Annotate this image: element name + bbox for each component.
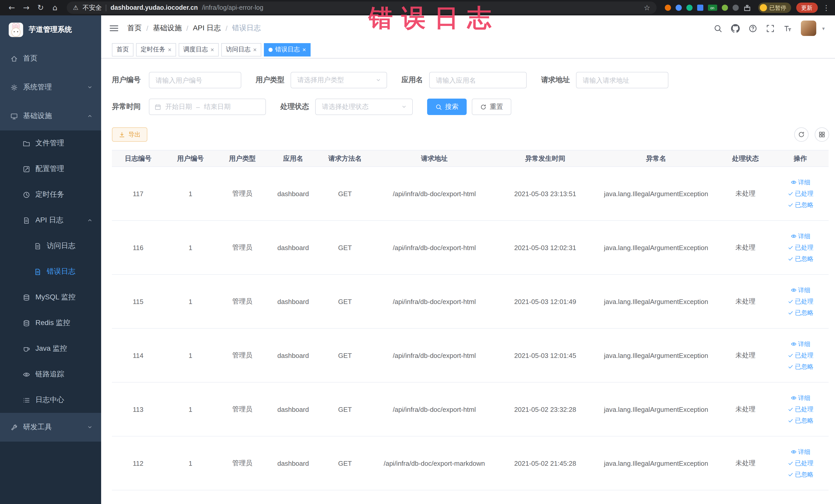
tab-home[interactable]: 首页 [112,43,134,56]
sidebar-item-redis[interactable]: Redis 监控 [0,310,101,336]
export-button[interactable]: 导出 [112,127,147,142]
extension-icon-6[interactable] [732,5,738,11]
search-button[interactable]: 搜索 [427,99,467,115]
column-settings-button[interactable] [814,127,829,142]
ignore-link[interactable]: 已忽略 [787,470,813,479]
sidebar-item-system[interactable]: 系统管理 [0,73,101,102]
cell-status: 未处理 [719,382,772,436]
resolve-link[interactable]: 已处理 [787,243,813,252]
exception-time-range-picker[interactable]: 开始日期 – 结束日期 [149,99,266,115]
sidebar-item-api-log[interactable]: API 日志 [0,207,101,233]
github-icon[interactable] [731,24,740,33]
sidebar-item-label: 定时任务 [36,190,64,199]
table-row: 115 1 管理员 dashboard GET /api/infra/db-do… [112,275,829,328]
sidebar-item-devtools[interactable]: 研发工具 [0,413,101,442]
ignore-link[interactable]: 已忽略 [787,308,813,317]
browser-home-icon[interactable]: ⌂ [48,1,62,14]
close-icon[interactable]: × [210,46,214,53]
cell-time: 2021-05-02 23:32:28 [497,382,593,436]
breadcrumb-item[interactable]: 基础设施 [153,24,182,33]
sidebar-item-file[interactable]: 文件管理 [0,130,101,156]
font-size-icon[interactable] [784,24,792,33]
tab-job[interactable]: 定时任务 × [136,43,176,56]
column-header: 应用名 [268,150,318,167]
resolve-link[interactable]: 已处理 [787,459,813,467]
extension-icon-3[interactable] [686,5,692,11]
process-status-select[interactable]: 请选择处理状态 [315,99,413,115]
detail-link[interactable]: 详细 [790,178,810,187]
avatar-caret-icon[interactable]: ▾ [822,25,825,31]
omnibox-divider [106,4,106,11]
extensions-puzzle-icon[interactable] [743,4,751,12]
column-header: 日志编号 [112,150,164,167]
tab-access-log[interactable]: 访问日志 × [221,43,261,56]
column-header: 处理状态 [719,150,772,167]
fullscreen-icon[interactable] [766,24,775,33]
hamburger-icon[interactable] [109,23,119,33]
resolve-link[interactable]: 已处理 [787,189,813,198]
close-icon[interactable]: × [168,46,171,53]
browser-forward-icon[interactable]: → [20,1,33,14]
gear-icon [10,83,18,91]
cell-user-id: 1 [164,221,217,275]
browser-menu-icon[interactable]: ⋮ [823,4,830,12]
sidebar-item-trace[interactable]: 链路追踪 [0,362,101,387]
help-icon[interactable] [749,24,757,33]
detail-link[interactable]: 详细 [790,286,810,295]
extension-icon-1[interactable] [665,5,671,11]
sidebar-item-java[interactable]: Java 监控 [0,336,101,362]
security-label[interactable]: 不安全 [83,3,102,12]
cell-actions: 详细 已处理 已忽略 [772,275,829,328]
sidebar-item-config[interactable]: 配置管理 [0,156,101,182]
resolve-link[interactable]: 已处理 [787,351,813,360]
sidebar-item-mysql[interactable]: MySQL 监控 [0,284,101,310]
browser-reload-icon[interactable]: ↻ [34,1,47,14]
user-type-select[interactable]: 请选择用户类型 [290,72,387,88]
close-icon[interactable]: × [253,46,257,53]
browser-update-button[interactable]: 更新 [796,3,817,13]
app-name-input[interactable] [429,72,527,88]
reset-button[interactable]: 重置 [472,99,511,115]
sidebar-item-home[interactable]: 首页 [0,44,101,73]
resolve-link[interactable]: 已处理 [787,405,813,414]
detail-link[interactable]: 详细 [790,394,810,402]
refresh-table-button[interactable] [794,127,808,142]
resolve-link[interactable]: 已处理 [787,297,813,306]
detail-link[interactable]: 详细 [790,232,810,241]
profile-paused-chip[interactable]: 已暂停 [758,3,791,13]
cell-url: /api/infra/db-doc/export-html [372,167,497,221]
request-url-input[interactable] [576,72,668,88]
cell-user-id: 1 [164,328,217,382]
ignore-link[interactable]: 已忽略 [787,255,813,263]
check-icon [787,471,793,478]
cell-status: 未处理 [719,167,772,221]
detail-link[interactable]: 详细 [790,340,810,348]
close-icon[interactable]: × [302,46,306,53]
sidebar-item-job[interactable]: 定时任务 [0,182,101,207]
tab-label: 错误日志 [275,45,300,54]
extension-icon-4[interactable] [697,5,703,11]
browser-back-icon[interactable]: ← [5,1,19,14]
address-bar[interactable]: ⚠ 不安全 dashboard.yudao.iocoder.cn /infra/… [67,2,656,14]
sidebar-item-access-log[interactable]: 访问日志 [0,233,101,259]
extension-icon-2[interactable] [675,5,681,11]
ignore-link[interactable]: 已忽略 [787,362,813,371]
ignore-link[interactable]: 已忽略 [787,201,813,209]
breadcrumb-item[interactable]: API 日志 [193,24,221,33]
extension-on-badge[interactable]: on [708,5,717,11]
app-logo[interactable]: 芋道管理系统 [0,15,101,44]
sidebar-item-log-center[interactable]: 日志中心 [0,387,101,413]
sidebar-item-infra[interactable]: 基础设施 [0,102,101,130]
extension-icon-5[interactable] [721,5,728,11]
sidebar-item-error-log[interactable]: 错误日志 [0,259,101,284]
ignore-link[interactable]: 已忽略 [787,416,813,425]
user-avatar[interactable] [801,21,816,36]
tab-error-log[interactable]: 错误日志 × [264,43,311,56]
tab-job-log[interactable]: 调度日志 × [179,43,219,56]
user-id-input[interactable] [149,72,241,88]
search-icon[interactable] [714,24,722,33]
detail-link[interactable]: 详细 [790,447,810,456]
breadcrumb-item[interactable]: 首页 [127,24,142,33]
screen: ← → ↻ ⌂ ⚠ 不安全 dashboard.yudao.iocoder.cn… [0,0,835,504]
bookmark-star-icon[interactable]: ☆ [644,4,650,12]
